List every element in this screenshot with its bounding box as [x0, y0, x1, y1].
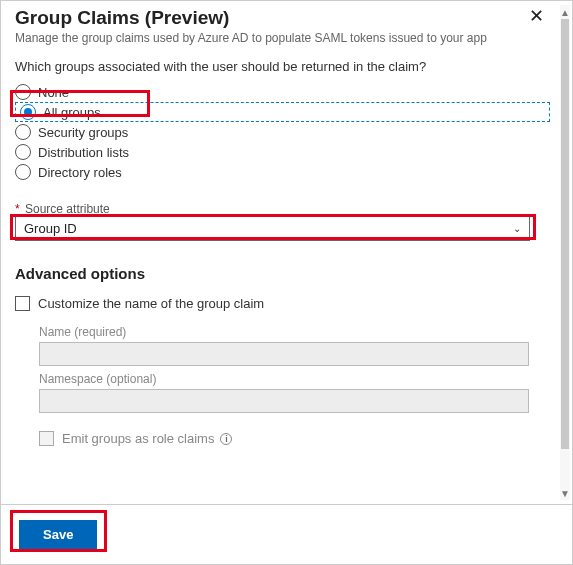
save-button[interactable]: Save: [19, 520, 97, 549]
group-claims-panel: Group Claims (Preview) ✕ Manage the grou…: [0, 0, 573, 565]
emit-role-claims-checkbox: Emit groups as role claims i: [39, 431, 550, 446]
radio-label: None: [38, 85, 69, 100]
radio-icon: [15, 84, 31, 100]
radio-label: All groups: [43, 105, 101, 120]
scroll-up-icon[interactable]: ▲: [560, 5, 570, 19]
scrollbar-thumb[interactable]: [561, 19, 569, 449]
scroll-content: Group Claims (Preview) ✕ Manage the grou…: [1, 1, 560, 504]
chevron-down-icon: ⌄: [513, 223, 521, 234]
required-star-icon: *: [15, 202, 20, 216]
name-label: Name (required): [39, 325, 550, 339]
radio-icon: [15, 144, 31, 160]
checkbox-label: Emit groups as role claims: [62, 431, 214, 446]
source-attribute-label: * Source attribute: [15, 202, 550, 216]
namespace-label: Namespace (optional): [39, 372, 550, 386]
checkbox-label: Customize the name of the group claim: [38, 296, 264, 311]
source-attribute-select[interactable]: Group ID ⌄: [15, 216, 530, 241]
radio-none[interactable]: None: [15, 82, 550, 102]
radio-icon: [15, 164, 31, 180]
namespace-field: [39, 389, 529, 413]
info-icon[interactable]: i: [220, 433, 232, 445]
radio-icon: [15, 124, 31, 140]
radio-label: Directory roles: [38, 165, 122, 180]
groups-question: Which groups associated with the user sh…: [15, 59, 550, 74]
panel-title: Group Claims (Preview): [15, 7, 523, 29]
close-icon[interactable]: ✕: [523, 7, 550, 25]
name-field: [39, 342, 529, 366]
radio-icon: [20, 104, 36, 120]
radio-label: Security groups: [38, 125, 128, 140]
checkbox-icon: [15, 296, 30, 311]
radio-all-groups[interactable]: All groups: [15, 102, 550, 122]
advanced-sub-block: Name (required) Namespace (optional) Emi…: [15, 325, 550, 446]
radio-directory-roles[interactable]: Directory roles: [15, 162, 550, 182]
panel-footer: Save: [1, 504, 572, 564]
customize-claim-name-checkbox[interactable]: Customize the name of the group claim: [15, 296, 550, 311]
scroll-down-icon[interactable]: ▼: [560, 486, 570, 500]
radio-label: Distribution lists: [38, 145, 129, 160]
radio-security-groups[interactable]: Security groups: [15, 122, 550, 142]
groups-radio-group: None All groups Security groups Distribu…: [15, 82, 550, 182]
checkbox-icon: [39, 431, 54, 446]
vertical-scrollbar[interactable]: ▲ ▼: [560, 5, 570, 500]
select-value: Group ID: [24, 221, 77, 236]
scrollbar-track[interactable]: [560, 19, 570, 486]
advanced-options-heading: Advanced options: [15, 265, 550, 282]
panel-subtitle: Manage the group claims used by Azure AD…: [15, 31, 550, 45]
radio-distribution-lists[interactable]: Distribution lists: [15, 142, 550, 162]
